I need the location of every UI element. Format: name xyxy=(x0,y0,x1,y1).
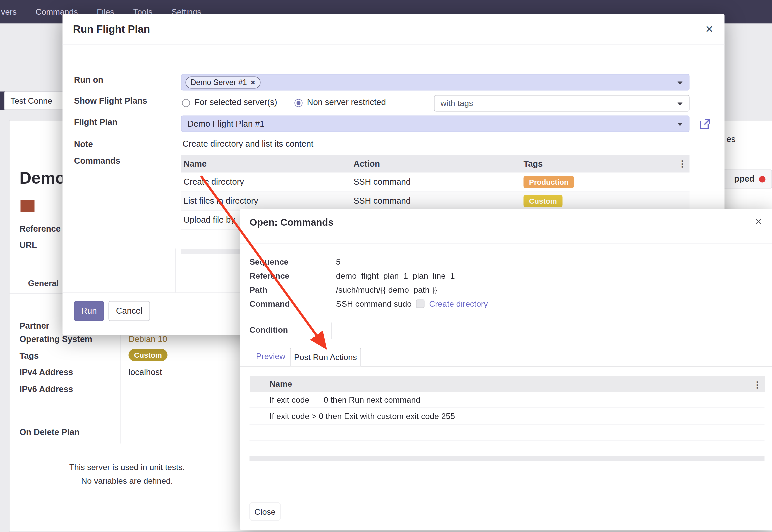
on-delete-plan-label: On Delete Plan xyxy=(20,428,80,438)
ipv6-label: IPv6 Address xyxy=(20,385,73,395)
cell-tags: Custom xyxy=(524,195,690,207)
run-on-field[interactable]: Demo Server #1 ✕ xyxy=(181,74,690,91)
operating-system-value[interactable]: Debian 10 xyxy=(129,335,167,345)
production-badge: Production xyxy=(524,176,574,188)
radio-selected-servers[interactable] xyxy=(182,99,190,107)
with-tags-placeholder: with tags xyxy=(441,99,473,108)
screenshot-root: vers Commands Files Tools Settings Test … xyxy=(0,0,772,532)
status-label: pped xyxy=(734,174,755,184)
with-tags-select[interactable]: with tags xyxy=(434,95,690,112)
flight-plan-select[interactable]: Demo Flight Plan #1 xyxy=(181,116,690,132)
radio-non-server-restricted[interactable] xyxy=(295,99,303,107)
commands-table-header: Name Action Tags ⋮ xyxy=(181,155,690,173)
table-row[interactable]: If exit code > 0 then Exit with custom e… xyxy=(250,408,765,425)
tab-post-run-actions[interactable]: Post Run Actions xyxy=(290,348,361,367)
caret-down-icon xyxy=(678,123,683,126)
command-value: SSH command sudo xyxy=(336,299,412,309)
table-scrollbar[interactable] xyxy=(250,456,765,461)
ipv4-label: IPv4 Address xyxy=(20,368,73,378)
path-label: Path xyxy=(250,285,268,295)
note-label: Note xyxy=(74,140,93,150)
create-directory-checkbox[interactable] xyxy=(416,300,425,308)
kebab-icon[interactable]: ⋮ xyxy=(678,159,687,169)
ipv4-value: localhost xyxy=(129,368,162,378)
run-modal-title: Run Flight Plan xyxy=(73,23,150,35)
server-tag[interactable]: Demo Server #1 ✕ xyxy=(186,77,261,89)
cell-tags: Production xyxy=(524,176,690,188)
cell-action: SSH command xyxy=(354,177,524,187)
unit-note-line1: This server is used in unit tests. xyxy=(30,461,225,474)
close-icon[interactable]: ✕ xyxy=(755,216,763,228)
command-label: Command xyxy=(250,299,290,309)
table-row[interactable]: If exit code == 0 then Run next command xyxy=(250,392,765,408)
cell-name: Create directory xyxy=(181,177,354,187)
menu-servers-partial[interactable]: vers xyxy=(0,7,24,17)
note-value: Create directory and list its content xyxy=(183,139,314,149)
url-label: URL xyxy=(20,241,37,251)
post-run-table-header: Name ⋮ xyxy=(250,376,765,392)
path-value: /such/much/{{ demo_path }} xyxy=(336,285,437,295)
reference-label: Reference xyxy=(250,271,290,281)
cell-name: List files in directory xyxy=(181,196,354,206)
run-button[interactable]: Run xyxy=(74,301,104,321)
cell-name: If exit code > 0 then Exit with custom e… xyxy=(270,411,455,421)
partial-text-right: es xyxy=(727,135,736,145)
close-icon[interactable]: ✕ xyxy=(705,23,713,35)
table-row[interactable]: Create directory SSH command Production xyxy=(181,173,690,192)
run-modal-header: Run Flight Plan ✕ xyxy=(63,14,725,45)
cell-name: If exit code == 0 then Run next command xyxy=(270,395,421,404)
reference-value: demo_flight_plan_1_plan_line_1 xyxy=(336,271,455,281)
field-column-divider xyxy=(121,320,121,444)
commands-modal-title: Open: Commands xyxy=(250,217,334,228)
custom-badge: Custom xyxy=(524,195,563,207)
status-dot-icon xyxy=(759,176,766,182)
flight-plan-label: Flight Plan xyxy=(74,118,117,128)
tab-preview[interactable]: Preview xyxy=(256,352,285,361)
command-value-row: SSH command sudo Create directory xyxy=(336,299,488,309)
show-flight-plans-label: Show Flight Plans xyxy=(74,96,147,106)
column-separator xyxy=(176,249,176,293)
sequence-label: Sequence xyxy=(250,257,289,267)
server-title: Demo xyxy=(20,169,66,188)
unit-test-note: This server is used in unit tests. No va… xyxy=(30,461,225,488)
partner-label: Partner xyxy=(20,321,49,331)
tags-custom-badge: Custom xyxy=(129,349,168,361)
cell-action: SSH command xyxy=(354,196,524,206)
create-directory-link[interactable]: Create directory xyxy=(429,299,488,309)
caret-down-icon xyxy=(678,103,683,106)
unit-note-line2: No variables are defined. xyxy=(30,474,225,488)
close-button[interactable]: Close xyxy=(250,503,281,521)
tag-remove-icon[interactable]: ✕ xyxy=(250,79,255,86)
run-on-label: Run on xyxy=(74,75,103,85)
radio-non-server-restricted-label[interactable]: Non server restricted xyxy=(307,98,386,108)
caret-down-icon xyxy=(678,82,683,85)
radio-selected-servers-label[interactable]: For selected server(s) xyxy=(195,98,277,108)
col-name: Name xyxy=(181,159,354,169)
server-tag-label: Demo Server #1 xyxy=(191,78,247,87)
kebab-icon[interactable]: ⋮ xyxy=(753,380,762,390)
col-tags: Tags xyxy=(524,159,690,169)
commands-label: Commands xyxy=(74,156,120,166)
modal-header-divider xyxy=(240,244,772,244)
col-action: Action xyxy=(354,159,524,169)
table-row[interactable]: List files in directory SSH command Cust… xyxy=(181,192,690,211)
tab-general[interactable]: General xyxy=(28,279,59,288)
condition-label: Condition xyxy=(250,325,288,335)
color-swatch xyxy=(21,200,35,212)
sequence-value: 5 xyxy=(336,257,341,267)
tags-label: Tags xyxy=(20,351,39,361)
reference-label: Reference xyxy=(20,224,61,234)
post-run-actions-table: Name ⋮ If exit code == 0 then Run next c… xyxy=(250,376,765,441)
operating-system-label: Operating System xyxy=(20,335,92,345)
open-commands-modal: Open: Commands ✕ Sequence 5 Reference de… xyxy=(240,209,772,530)
table-row-empty xyxy=(250,425,765,441)
server-status-badge: pped xyxy=(719,170,772,189)
cancel-button[interactable]: Cancel xyxy=(109,301,150,321)
flight-plan-value: Demo Flight Plan #1 xyxy=(188,119,265,129)
col-name: Name xyxy=(270,379,292,389)
external-link-icon[interactable] xyxy=(699,118,712,131)
condition-field-divider xyxy=(332,323,332,339)
